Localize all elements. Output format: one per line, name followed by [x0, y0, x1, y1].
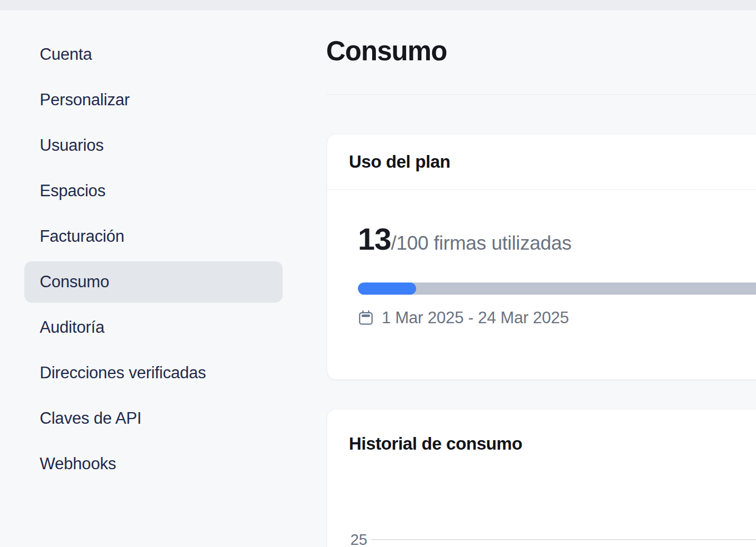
sidebar-item-label: Webhooks	[40, 454, 116, 473]
usage-value: 13	[358, 224, 391, 254]
usage-progress-fill	[358, 282, 416, 295]
usage-period: 1 Mar 2025 - 24 Mar 2025	[382, 308, 569, 327]
sidebar-item-auditoria[interactable]: Auditoría	[24, 307, 283, 348]
calendar-icon	[357, 309, 375, 326]
sidebar-item-cuenta[interactable]: Cuenta	[24, 34, 283, 75]
chart-tick-row: 25	[327, 531, 756, 547]
sidebar-item-label: Usuarios	[40, 136, 104, 155]
sidebar-item-direcciones-verificadas[interactable]: Direcciones verificadas	[24, 352, 283, 394]
plan-usage-card-body: 13 /100 firmas utilizadas 1 Mar 2025 - 2…	[327, 190, 756, 380]
y-axis-tick-label: 25	[346, 531, 367, 547]
sidebar-item-consumo[interactable]: Consumo	[24, 261, 283, 303]
history-card: Historial de consumo 25 20	[327, 409, 756, 547]
sidebar-item-label: Claves de API	[40, 409, 141, 428]
settings-page: Cuenta Personalizar Usuarios Espacios Fa…	[0, 0, 756, 547]
plan-usage-card: Uso del plan 13 /100 firmas utilizadas	[327, 134, 756, 380]
sidebar-item-label: Cuenta	[40, 45, 92, 64]
usage-progress-bar	[358, 282, 756, 295]
sidebar-item-webhooks[interactable]: Webhooks	[24, 443, 283, 485]
sidebar-item-label: Auditoría	[40, 318, 104, 337]
plan-usage-card-title: Uso del plan	[349, 152, 450, 172]
sidebar-item-facturacion[interactable]: Facturación	[24, 216, 283, 257]
gridline	[371, 539, 756, 540]
window-top-strip	[0, 0, 756, 11]
sidebar-item-personalizar[interactable]: Personalizar	[24, 79, 283, 121]
usage-period-row: 1 Mar 2025 - 24 Mar 2025	[357, 308, 569, 327]
usage-suffix: /100 firmas utilizadas	[391, 232, 572, 254]
sidebar-item-label: Direcciones verificadas	[40, 363, 206, 382]
history-card-title: Historial de consumo	[349, 434, 756, 454]
usage-summary: 13 /100 firmas utilizadas	[358, 224, 571, 254]
sidebar-item-usuarios[interactable]: Usuarios	[24, 125, 283, 166]
consumption-chart: 25 20	[327, 466, 756, 547]
header-divider	[326, 94, 756, 95]
settings-sidebar: Cuenta Personalizar Usuarios Espacios Fa…	[24, 34, 283, 489]
sidebar-item-label: Espacios	[40, 181, 105, 200]
page-title: Consumo	[326, 37, 447, 66]
sidebar-item-label: Facturación	[40, 227, 124, 246]
plan-usage-card-header: Uso del plan	[327, 134, 756, 190]
sidebar-item-espacios[interactable]: Espacios	[24, 170, 283, 212]
sidebar-item-label: Personalizar	[40, 90, 130, 110]
sidebar-item-claves-de-api[interactable]: Claves de API	[24, 398, 283, 439]
sidebar-item-label: Consumo	[40, 272, 109, 291]
